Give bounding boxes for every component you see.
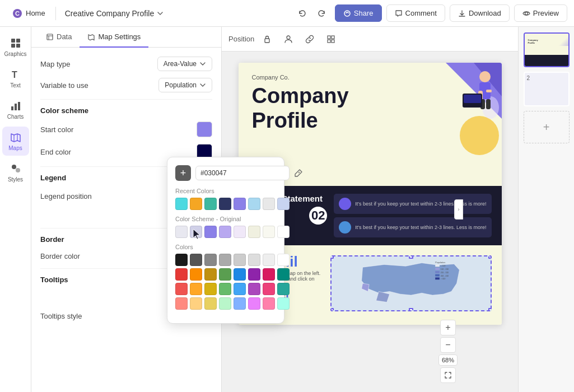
recent-color-swatch[interactable] — [190, 198, 202, 210]
collapse-panel-button[interactable]: › — [454, 199, 463, 220]
palette-color-swatch[interactable] — [190, 254, 202, 266]
sidebar-item-text[interactable]: T Text — [2, 64, 29, 93]
hex-color-input[interactable] — [195, 166, 290, 180]
recent-color-swatch[interactable] — [248, 198, 260, 210]
map-settings-tab-icon — [87, 33, 95, 41]
comment-button[interactable]: Comment — [386, 4, 445, 22]
sidebar-item-maps[interactable]: Maps — [2, 127, 29, 156]
palette-color-swatch[interactable] — [248, 268, 260, 281]
recent-color-swatch[interactable] — [234, 198, 246, 210]
scheme-color-swatch[interactable] — [248, 226, 260, 238]
palette-color-swatch[interactable] — [277, 283, 290, 295]
svg-rect-5 — [16, 39, 20, 43]
palette-color-swatch[interactable] — [204, 297, 217, 310]
handle-tl[interactable] — [330, 255, 334, 259]
scheme-color-swatch[interactable] — [175, 226, 188, 238]
scheme-color-swatch[interactable] — [234, 226, 246, 238]
map-container[interactable]: Population < 110 110 - 210 210 - 310 310… — [330, 255, 492, 311]
eyedropper-button[interactable] — [294, 165, 303, 181]
handle-bl[interactable] — [330, 308, 334, 311]
person-icon-btn[interactable] — [280, 31, 297, 48]
sidebar-item-styles[interactable]: Styles — [2, 158, 29, 187]
page-thumbnail-1[interactable]: 1 CompanyProfile — [524, 32, 570, 67]
sidebar-item-charts[interactable]: Charts — [2, 95, 29, 124]
grid-icon-btn[interactable] — [323, 31, 339, 48]
share-button[interactable]: Share — [335, 4, 382, 22]
preview-button[interactable]: Preview — [514, 4, 567, 22]
handle-tr[interactable] — [488, 255, 492, 259]
variable-select[interactable]: Population — [158, 78, 212, 92]
palette-color-swatch[interactable] — [234, 268, 246, 281]
palette-color-swatch[interactable] — [219, 297, 231, 310]
palette-color-swatch[interactable] — [175, 254, 188, 266]
color-picker-add-button[interactable]: + — [175, 165, 191, 181]
palette-color-swatch[interactable] — [175, 297, 188, 310]
chevron-down-icon — [199, 82, 206, 88]
palette-color-swatch[interactable] — [190, 268, 202, 281]
scheme-color-swatch[interactable] — [204, 226, 217, 238]
palette-color-swatch[interactable] — [234, 254, 246, 266]
download-button[interactable]: Download — [450, 4, 510, 22]
undo-button[interactable] — [293, 4, 311, 22]
redo-button[interactable] — [312, 4, 330, 22]
handle-tc[interactable] — [409, 255, 413, 259]
palette-color-swatch[interactable] — [248, 254, 260, 266]
recent-color-swatch[interactable] — [263, 198, 275, 210]
add-page-button[interactable]: + — [524, 111, 570, 143]
palette-color-swatch[interactable] — [277, 297, 290, 310]
zoom-expand-button[interactable] — [440, 367, 456, 383]
palette-color-swatch[interactable] — [263, 268, 275, 281]
palette-color-swatch[interactable] — [219, 283, 231, 295]
palette-color-swatch[interactable] — [204, 254, 217, 266]
palette-color-swatch[interactable] — [190, 297, 202, 310]
palette-color-swatch[interactable] — [175, 283, 188, 295]
palette-color-swatch[interactable] — [248, 283, 260, 295]
palette-color-swatch[interactable] — [263, 297, 275, 310]
palette-color-swatch[interactable] — [234, 283, 246, 295]
palette-color-swatch[interactable] — [219, 268, 231, 281]
svg-point-14 — [12, 165, 16, 169]
scheme-color-swatch[interactable] — [219, 226, 231, 238]
map-type-select[interactable]: Area-Value — [157, 57, 212, 71]
palette-color-swatch[interactable] — [204, 283, 217, 295]
palette-color-swatch[interactable] — [263, 254, 275, 266]
company-title: Company Profile — [252, 84, 488, 133]
scheme-color-swatch[interactable] — [263, 226, 275, 238]
zoom-in-button[interactable]: + — [440, 320, 456, 335]
palette-color-swatch[interactable] — [219, 254, 231, 266]
palette-color-swatch[interactable] — [277, 268, 290, 281]
divider1 — [40, 99, 212, 100]
comment-icon — [395, 10, 403, 17]
recent-color-swatch[interactable] — [277, 198, 290, 210]
map-element[interactable]: Population < 110 110 - 210 210 - 310 310… — [330, 255, 492, 311]
variable-label: Variable to use — [40, 81, 88, 90]
document-title[interactable]: Creative Company Profile — [60, 6, 169, 21]
zoom-out-button[interactable]: − — [440, 337, 456, 353]
end-color-label: End color — [40, 148, 71, 156]
handle-bc[interactable] — [409, 308, 413, 311]
eyedropper-icon — [294, 169, 303, 178]
sidebar-item-graphics[interactable]: Graphics — [2, 32, 29, 62]
gear-avatar-icon — [339, 221, 351, 234]
link-icon-btn[interactable] — [301, 31, 318, 48]
scheme-color-swatch[interactable] — [190, 226, 202, 238]
palette-color-swatch[interactable] — [277, 254, 290, 266]
palette-color-swatch[interactable] — [175, 268, 188, 281]
tab-map-settings[interactable]: Map Settings — [80, 27, 148, 48]
palette-color-swatch[interactable] — [234, 297, 246, 310]
palette-color-swatch[interactable] — [263, 283, 275, 295]
tab-data[interactable]: Data — [38, 27, 80, 48]
graphics-icon — [10, 37, 22, 49]
recent-color-swatch[interactable] — [175, 198, 188, 210]
palette-color-swatch[interactable] — [204, 268, 217, 281]
start-color-picker[interactable] — [197, 122, 212, 137]
scheme-color-swatch[interactable] — [277, 226, 290, 238]
home-button[interactable]: C Home — [7, 5, 51, 22]
handle-br[interactable] — [488, 308, 492, 311]
recent-color-swatch[interactable] — [219, 198, 231, 210]
palette-color-swatch[interactable] — [248, 297, 260, 310]
palette-color-swatch[interactable] — [190, 283, 202, 295]
lock-button[interactable] — [259, 31, 276, 48]
recent-color-swatch[interactable] — [204, 198, 217, 210]
page-thumbnail-2[interactable]: 2 — [524, 72, 570, 106]
